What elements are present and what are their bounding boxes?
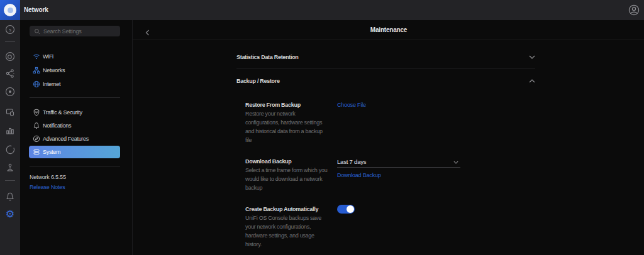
sidebar-item-notifications[interactable]: Notifications [29, 119, 120, 132]
sidebar-item-wifi[interactable]: WiFi [29, 50, 120, 63]
wifi-icon [33, 53, 40, 60]
sidebar-item-advanced-features[interactable]: Advanced Features [29, 132, 120, 145]
sidebar-item-networks[interactable]: Networks [29, 63, 120, 77]
internet-icon [33, 80, 40, 88]
row-label: Restore From Backup [245, 100, 535, 109]
row-description: UniFi OS Console backups save your netwo… [245, 214, 535, 249]
back-chevron-icon[interactable] [145, 27, 150, 38]
notifications-icon[interactable] [0, 192, 20, 202]
chevron-down-icon [453, 161, 458, 164]
station-icon[interactable] [0, 163, 20, 173]
shield-icon [33, 109, 40, 116]
section-backup-restore[interactable]: Backup / Restore [236, 69, 535, 92]
sidebar-item-label: Notifications [43, 122, 71, 129]
protect-icon[interactable] [0, 52, 20, 62]
settings-sidebar: Search Settings WiFi Networks Internet [20, 20, 132, 255]
release-notes-link[interactable]: Release Notes [30, 183, 65, 192]
main-header: Maintenance [133, 20, 644, 40]
networks-icon [33, 67, 40, 74]
sidebar-divider [30, 166, 120, 166]
app-title: Network [24, 0, 48, 20]
section-title: Statistics Data Retention [236, 54, 299, 60]
sidebar-item-system[interactable]: System [29, 146, 120, 158]
sidebar-item-label: Traffic & Security [43, 109, 82, 116]
download-backup-link[interactable]: Download Backup [337, 171, 381, 180]
bell-icon [33, 122, 40, 129]
app-rail: s [0, 20, 20, 255]
advanced-features-icon [33, 135, 40, 143]
row-label: Create Backup Automatically [245, 205, 535, 214]
main-panel: Maintenance Statistics Data Retention Ba… [132, 20, 644, 255]
sidebar-divider [30, 97, 120, 98]
search-settings-input[interactable]: Search Settings [30, 26, 120, 36]
timeframe-select[interactable]: Last 7 days [337, 157, 460, 168]
sidebar-item-label: Networks [43, 67, 65, 73]
sidebar-item-label: Internet [43, 81, 60, 87]
section-title: Backup / Restore [236, 78, 280, 84]
sidebar-item-internet[interactable]: Internet [29, 77, 120, 91]
account-icon[interactable] [628, 4, 640, 16]
chevron-down-icon [529, 55, 535, 59]
sidebar-item-label: System [43, 149, 60, 155]
top-bar: Network [0, 0, 644, 20]
timeframe-select-value: Last 7 days [337, 158, 366, 166]
page-title: Maintenance [133, 20, 644, 40]
row-create-backup-automatically: Create Backup Automatically UniFi OS Con… [245, 205, 535, 249]
rail-divider [5, 41, 15, 42]
statistics-icon[interactable] [0, 126, 20, 136]
unifi-logo[interactable] [0, 0, 20, 20]
version-label: Network 6.5.55 [30, 173, 66, 182]
system-icon [33, 148, 40, 156]
search-placeholder: Search Settings [43, 28, 82, 35]
choose-file-link[interactable]: Choose File [337, 102, 366, 108]
svg-text:s: s [9, 27, 11, 33]
access-icon[interactable] [0, 87, 20, 97]
settings-icon[interactable]: ⚙ [0, 209, 20, 219]
search-icon [34, 28, 40, 35]
sidebar-item-traffic-security[interactable]: Traffic & Security [29, 106, 120, 119]
status-icon[interactable] [0, 144, 20, 155]
auto-backup-toggle[interactable] [337, 205, 355, 214]
rail-divider [5, 180, 15, 181]
chevron-up-icon [529, 79, 535, 83]
section-statistics-data-retention[interactable]: Statistics Data Retention [236, 45, 535, 69]
row-download-backup: Download Backup Select a time frame form… [245, 157, 535, 192]
topology-icon[interactable] [0, 68, 20, 79]
row-description: Restore your network configurations, har… [245, 109, 535, 144]
devices-icon[interactable] [0, 107, 20, 117]
sidebar-item-label: Advanced Features [43, 136, 89, 142]
row-restore-from-backup: Restore From Backup Restore your network… [245, 100, 535, 144]
console-icon[interactable]: s [0, 24, 20, 35]
sidebar-item-label: WiFi [43, 53, 53, 60]
